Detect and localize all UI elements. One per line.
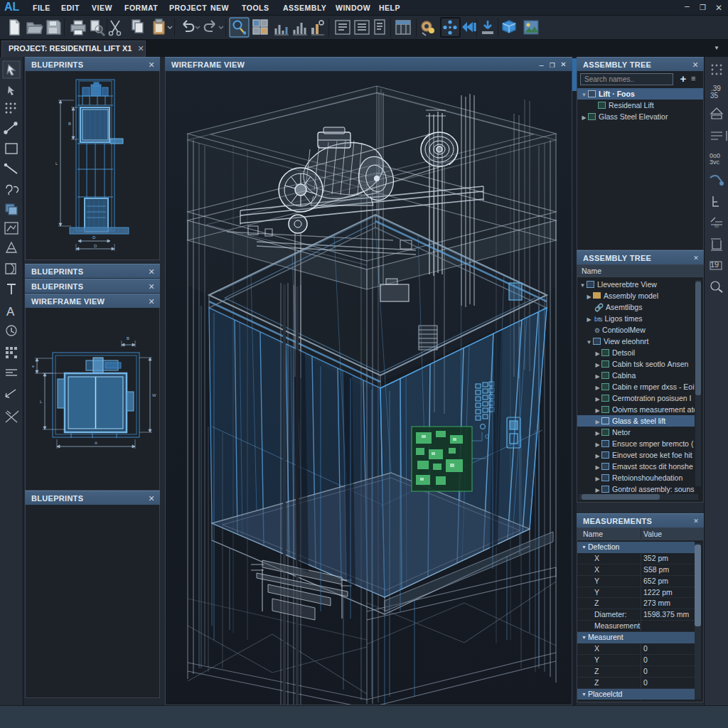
svg-text:B: B — [127, 336, 129, 341]
svg-text:to: to — [714, 223, 719, 228]
svg-text:e: e — [32, 364, 35, 368]
svg-text:D: D — [94, 244, 97, 248]
svg-text:L: L — [40, 400, 43, 404]
svg-text:35: 35 — [710, 92, 719, 100]
svg-text:W: W — [152, 393, 156, 397]
svg-text:D: D — [92, 235, 96, 240]
svg-text:A: A — [6, 305, 15, 318]
svg-text:A: A — [95, 441, 97, 445]
svg-text:L: L — [55, 161, 58, 166]
svg-text:3vc: 3vc — [710, 159, 720, 166]
svg-text:B: B — [68, 122, 71, 126]
